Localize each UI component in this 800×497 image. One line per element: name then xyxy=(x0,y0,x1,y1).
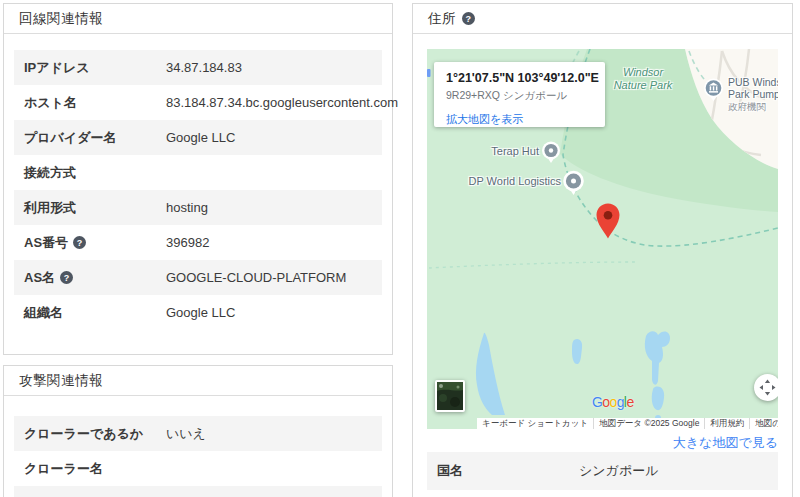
report-map-error-link[interactable]: 地図の誤りを報告する xyxy=(749,418,778,429)
row-value: Google LLC xyxy=(166,130,372,145)
pub-pump-station-poi-pin[interactable] xyxy=(703,78,724,102)
line-info-card-body: IPアドレス 34.87.184.83 ホスト名 83.184.87.34.bc… xyxy=(4,34,392,330)
map-data-copyright: 地図データ ©2025 Google xyxy=(593,418,704,429)
map-label-dp-world-logistics: DP World Logistics xyxy=(437,175,561,187)
map-link-row: 大きな地図で見る xyxy=(427,429,778,452)
card-title: 攻撃関連情報 xyxy=(19,372,103,390)
terms-link[interactable]: 利用規約 xyxy=(704,418,749,429)
attack-info-card-header: 攻撃関連情報 xyxy=(4,366,392,396)
table-row-as-number: AS番号 396982 xyxy=(14,225,382,260)
row-value: Google LLC xyxy=(166,305,372,320)
attack-info-card: 攻撃関連情報 クローラーであるか いいえ クローラー名 xyxy=(3,365,393,497)
row-label: IPアドレス xyxy=(24,59,90,77)
pan-arrows-icon xyxy=(754,374,778,401)
row-label: AS名 xyxy=(24,269,55,287)
address-card-header: 住所 xyxy=(413,4,792,34)
attack-info-card-body: クローラーであるか いいえ クローラー名 xyxy=(4,396,392,497)
dp-world-logistics-poi-pin[interactable] xyxy=(562,170,585,196)
table-row-country: 国名 シンガポール xyxy=(427,452,778,490)
satellite-thumbnail xyxy=(437,382,463,410)
table-row-usage: 利用形式 hosting xyxy=(14,190,382,225)
map-label-windsor-nature-park: Windsor Nature Park xyxy=(607,66,679,92)
map-attribution-bar: キーボード ショートカット 地図データ ©2025 Google 利用規約 地図… xyxy=(477,418,778,429)
row-value: GOOGLE-CLOUD-PLATFORM xyxy=(166,270,372,285)
card-title: 住所 xyxy=(428,10,456,28)
table-row-is-crawler: クローラーであるか いいえ xyxy=(14,416,382,451)
view-larger-map-link[interactable]: 拡大地図を表示 xyxy=(446,112,523,127)
row-label: AS番号 xyxy=(24,234,68,252)
table-row-crawler-name: クローラー名 xyxy=(14,451,382,486)
map-label-pub-windsor: PUB Windsor Park Pump S 政府機関 xyxy=(728,77,778,113)
table-row-connection: 接続方式 xyxy=(14,155,382,190)
row-label: 組織名 xyxy=(24,304,63,322)
card-title: 回線関連情報 xyxy=(19,10,103,28)
keyboard-shortcuts-link[interactable]: キーボード ショートカット xyxy=(477,418,593,429)
row-label: クローラーであるか xyxy=(24,425,143,443)
table-row-org: 組織名 Google LLC xyxy=(14,295,382,330)
row-value: 34.87.184.83 xyxy=(166,60,372,75)
row-label: 接続方式 xyxy=(24,164,76,182)
map-label-terap-hut: Terap Hut xyxy=(447,145,539,157)
satellite-view-toggle[interactable] xyxy=(435,380,465,412)
terap-hut-poi-pin[interactable] xyxy=(541,141,561,164)
row-value: 396982 xyxy=(166,235,372,250)
line-info-card: 回線関連情報 IPアドレス 34.87.184.83 ホスト名 83.184.8… xyxy=(3,3,393,355)
help-icon[interactable] xyxy=(60,271,73,284)
table-row-ip: IPアドレス 34.87.184.83 xyxy=(14,50,382,85)
line-info-card-header: 回線関連情報 xyxy=(4,4,392,34)
table-row-as-name: AS名 GOOGLE-CLOUD-PLATFORM xyxy=(14,260,382,295)
google-map-embed[interactable]: Windsor Nature Park Terap Hut DP World L… xyxy=(427,49,778,429)
map-pan-control[interactable] xyxy=(754,374,778,401)
row-label: クローラー名 xyxy=(24,460,103,478)
row-value: いいえ xyxy=(166,425,372,443)
address-card-body: Windsor Nature Park Terap Hut DP World L… xyxy=(413,34,792,490)
row-label: ホスト名 xyxy=(24,94,77,112)
table-row-provider: プロバイダー名 Google LLC xyxy=(14,120,382,155)
row-label: 利用形式 xyxy=(24,199,76,217)
row-value: シンガポール xyxy=(579,462,768,480)
help-icon[interactable] xyxy=(462,12,475,25)
row-label: 国名 xyxy=(437,462,463,480)
coordinates-text: 1°21'07.5"N 103°49'12.0"E xyxy=(446,71,593,85)
map-info-window: 1°21'07.5"N 103°49'12.0"E 9R29+RXQ シンガポー… xyxy=(434,62,605,127)
address-card: 住所 xyxy=(412,3,793,497)
row-value: 83.184.87.34.bc.googleusercontent.com xyxy=(166,95,398,110)
location-marker-pin[interactable] xyxy=(595,202,621,240)
google-logo[interactable]: Google xyxy=(592,394,634,410)
open-larger-map-link[interactable]: 大きな地図で見る xyxy=(673,434,778,447)
table-row-partial xyxy=(14,486,382,497)
plus-code-text: 9R29+RXQ シンガポール xyxy=(446,89,593,103)
row-label: プロバイダー名 xyxy=(24,129,117,147)
row-value: hosting xyxy=(166,200,372,215)
table-row-host: ホスト名 83.184.87.34.bc.googleusercontent.c… xyxy=(14,85,382,120)
help-icon[interactable] xyxy=(73,236,86,249)
